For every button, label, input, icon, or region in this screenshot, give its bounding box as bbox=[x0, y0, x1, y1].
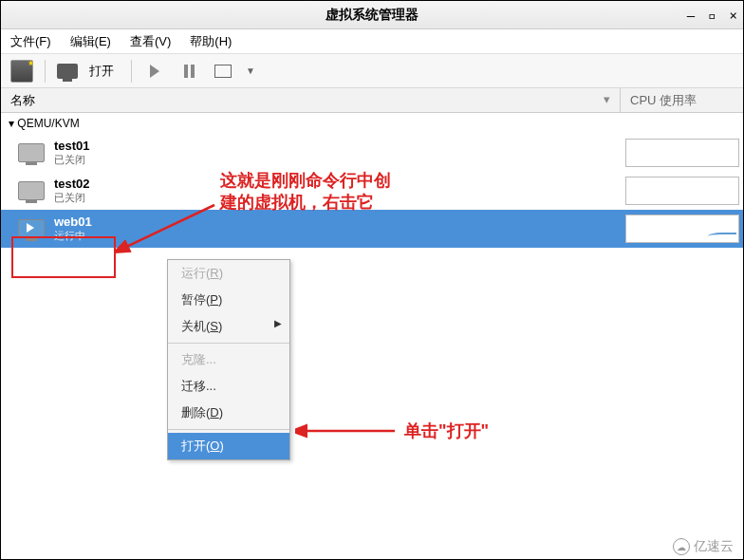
close-button[interactable]: × bbox=[730, 8, 737, 23]
open-label[interactable]: 打开 bbox=[89, 63, 114, 80]
menubar: 文件(F) 编辑(E) 查看(V) 帮助(H) bbox=[1, 29, 743, 54]
ctx-clone: 克隆... bbox=[168, 346, 289, 373]
vm-monitor-icon bbox=[18, 219, 45, 238]
open-monitor-icon[interactable] bbox=[57, 64, 78, 79]
ctx-pause[interactable]: 暂停(P) bbox=[168, 287, 289, 313]
play-icon[interactable] bbox=[143, 60, 166, 83]
vm-name: test01 bbox=[54, 139, 625, 153]
highlight-box-vm bbox=[11, 236, 116, 278]
cpu-graph bbox=[625, 177, 739, 205]
menu-help[interactable]: 帮助(H) bbox=[186, 31, 235, 52]
svg-line-0 bbox=[124, 205, 214, 248]
new-vm-icon[interactable] bbox=[10, 60, 33, 83]
column-headers: 名称 ▾ CPU 使用率 bbox=[1, 88, 743, 113]
connection-group[interactable]: QEMU/KVM bbox=[1, 113, 743, 134]
maximize-button[interactable]: ▫ bbox=[708, 8, 716, 23]
stop-icon[interactable] bbox=[212, 60, 234, 83]
arrow-1-icon bbox=[115, 200, 219, 257]
vm-monitor-icon bbox=[18, 181, 45, 200]
header-cpu[interactable]: CPU 使用率 bbox=[620, 88, 743, 112]
toolbar: 打开 ▼ bbox=[1, 54, 743, 88]
vm-row-test01[interactable]: test01 已关闭 bbox=[1, 134, 743, 172]
annotation-1: 这就是刚刚命令行中创 建的虚拟机，右击它 bbox=[220, 170, 391, 215]
main-window: 虚拟系统管理器 – ▫ × 文件(F) 编辑(E) 查看(V) 帮助(H) 打开… bbox=[0, 0, 744, 560]
minimize-button[interactable]: – bbox=[687, 8, 695, 23]
titlebar: 虚拟系统管理器 – ▫ × bbox=[1, 1, 743, 29]
vm-state: 已关闭 bbox=[54, 153, 625, 167]
header-name[interactable]: 名称 ▾ bbox=[1, 88, 620, 112]
pause-icon[interactable] bbox=[177, 60, 200, 83]
ctx-open[interactable]: 打开(O) bbox=[168, 433, 289, 459]
menu-view[interactable]: 查看(V) bbox=[126, 31, 175, 52]
cloud-icon: ☁ bbox=[673, 538, 690, 555]
menu-file[interactable]: 文件(F) bbox=[7, 31, 55, 52]
cpu-graph bbox=[625, 215, 739, 243]
ctx-migrate[interactable]: 迁移... bbox=[168, 373, 289, 400]
window-controls: – ▫ × bbox=[687, 1, 737, 29]
vm-monitor-icon bbox=[18, 143, 45, 162]
dropdown-arrow-icon[interactable]: ▼ bbox=[246, 65, 255, 76]
context-menu: 运行(R) 暂停(P) 关机(S) 克隆... 迁移... 删除(D) 打开(O… bbox=[167, 259, 290, 460]
sort-arrow-icon: ▾ bbox=[604, 92, 610, 106]
window-title: 虚拟系统管理器 bbox=[326, 7, 418, 24]
ctx-run: 运行(R) bbox=[168, 260, 289, 287]
ctx-shutdown[interactable]: 关机(S) bbox=[168, 313, 289, 340]
arrow-2-icon bbox=[295, 417, 400, 445]
annotation-2: 单击"打开" bbox=[404, 420, 489, 442]
watermark: ☁ 亿速云 bbox=[673, 538, 734, 555]
menu-edit[interactable]: 编辑(E) bbox=[66, 31, 115, 52]
ctx-delete[interactable]: 删除(D) bbox=[168, 400, 289, 426]
cpu-graph bbox=[625, 139, 739, 167]
